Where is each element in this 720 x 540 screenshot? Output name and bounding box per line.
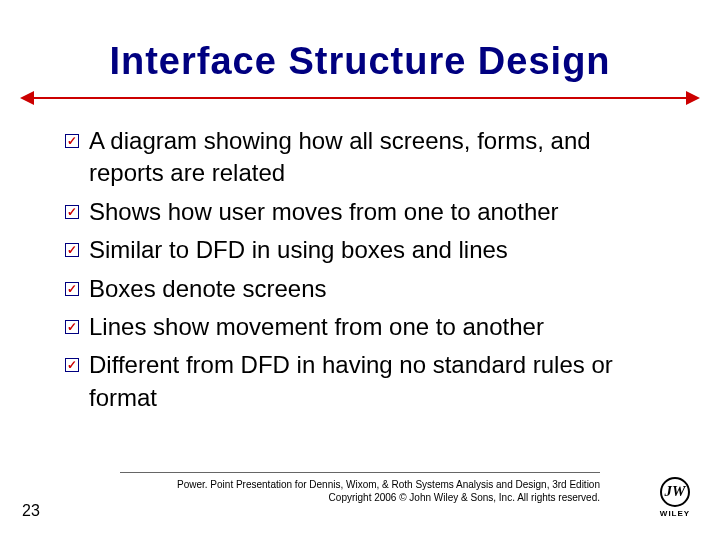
list-item: ✓ Similar to DFD in using boxes and line… (65, 234, 670, 266)
bullet-text: Shows how user moves from one to another (89, 196, 559, 228)
bullet-text: Different from DFD in having no standard… (89, 349, 670, 414)
list-item: ✓ Boxes denote screens (65, 273, 670, 305)
logo-name: WILEY (660, 509, 690, 518)
checkbox-bullet-icon: ✓ (65, 282, 79, 296)
checkbox-bullet-icon: ✓ (65, 205, 79, 219)
page-number: 23 (22, 502, 40, 520)
list-item: ✓ Lines show movement from one to anothe… (65, 311, 670, 343)
checkbox-bullet-icon: ✓ (65, 320, 79, 334)
footer-line2: Copyright 2006 © John Wiley & Sons, Inc.… (329, 492, 600, 503)
list-item: ✓ Different from DFD in having no standa… (65, 349, 670, 414)
title-divider (20, 91, 700, 105)
slide-title: Interface Structure Design (0, 0, 720, 83)
footer: 23 Power. Point Presentation for Dennis,… (0, 472, 720, 522)
bullet-text: A diagram showing how all screens, forms… (89, 125, 670, 190)
bullet-text: Boxes denote screens (89, 273, 326, 305)
bullet-text: Similar to DFD in using boxes and lines (89, 234, 508, 266)
divider-line (30, 97, 690, 99)
bullet-list: ✓ A diagram showing how all screens, for… (65, 125, 670, 414)
footer-line1: Power. Point Presentation for Dennis, Wi… (177, 479, 600, 490)
bullet-text: Lines show movement from one to another (89, 311, 544, 343)
checkbox-bullet-icon: ✓ (65, 134, 79, 148)
arrow-right-icon (686, 91, 700, 105)
list-item: ✓ Shows how user moves from one to anoth… (65, 196, 670, 228)
footer-text: Power. Point Presentation for Dennis, Wi… (120, 478, 600, 504)
list-item: ✓ A diagram showing how all screens, for… (65, 125, 670, 190)
publisher-logo: JW WILEY (652, 474, 698, 520)
checkbox-bullet-icon: ✓ (65, 358, 79, 372)
footer-divider (120, 472, 600, 473)
logo-symbol-icon: JW (660, 477, 690, 507)
checkbox-bullet-icon: ✓ (65, 243, 79, 257)
